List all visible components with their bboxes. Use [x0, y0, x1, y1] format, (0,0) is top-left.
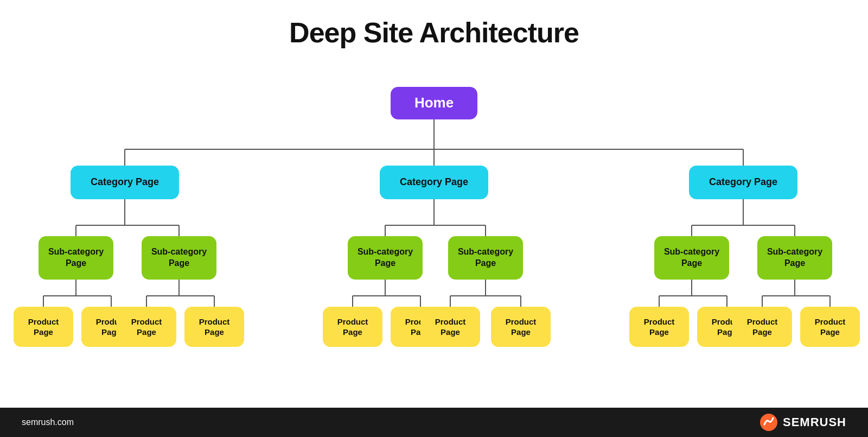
subcategory-node-4: Sub-category Page	[448, 236, 523, 280]
product-node-5: Product Page	[323, 307, 382, 347]
product-node-11: Product Page	[732, 307, 792, 347]
main-content: Deep Site Architecture	[0, 0, 868, 408]
connector-lines	[16, 71, 852, 396]
product-node-12: Product Page	[800, 307, 860, 347]
footer-brand-name: SEMRUSH	[783, 415, 846, 429]
semrush-logo-icon	[760, 414, 777, 431]
subcategory-node-3: Sub-category Page	[348, 236, 423, 280]
home-node: Home	[391, 87, 477, 119]
page-title: Deep Site Architecture	[289, 16, 579, 49]
product-node-8: Product Page	[491, 307, 551, 347]
subcategory-node-5: Sub-category Page	[654, 236, 729, 280]
footer-domain: semrush.com	[22, 417, 74, 427]
subcategory-node-6: Sub-category Page	[757, 236, 832, 280]
product-node-9: Product Page	[629, 307, 689, 347]
product-node-3: Product Page	[117, 307, 176, 347]
subcategory-node-1: Sub-category Page	[39, 236, 113, 280]
product-node-1: Product Page	[14, 307, 73, 347]
footer-brand: SEMRUSH	[760, 414, 846, 431]
category-node-1: Category Page	[71, 166, 179, 199]
category-node-3: Category Page	[689, 166, 797, 199]
tree-diagram: Home Category Page Category Page Categor…	[16, 71, 852, 396]
category-node-2: Category Page	[380, 166, 488, 199]
svg-point-41	[760, 414, 777, 431]
subcategory-node-2: Sub-category Page	[142, 236, 216, 280]
product-node-7: Product Page	[420, 307, 480, 347]
product-node-4: Product Page	[184, 307, 244, 347]
footer: semrush.com SEMRUSH	[0, 408, 868, 437]
